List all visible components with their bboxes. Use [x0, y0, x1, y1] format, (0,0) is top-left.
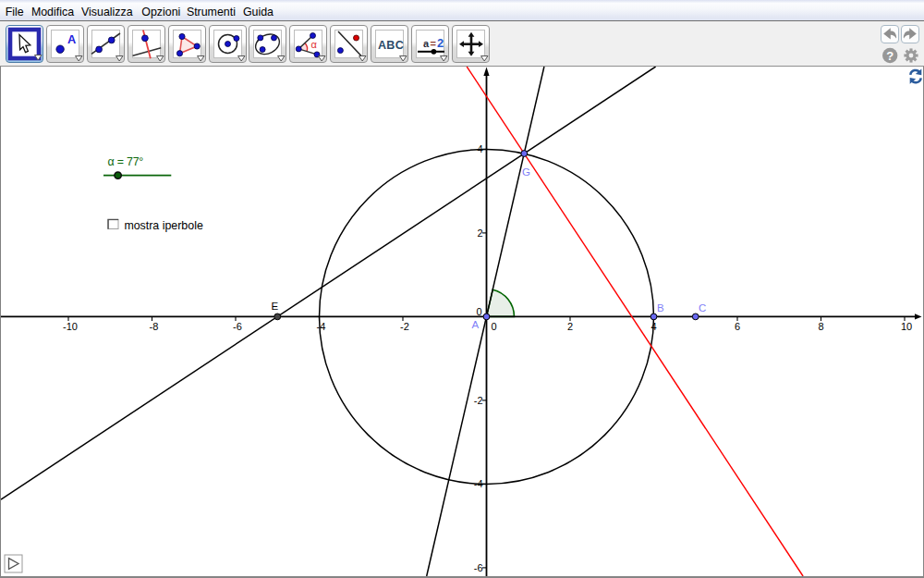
svg-text:B: B [657, 302, 664, 314]
svg-text:0: 0 [476, 306, 481, 317]
svg-text:-4: -4 [317, 321, 326, 332]
svg-text:?: ? [886, 48, 894, 62]
svg-text:α = 77°: α = 77° [108, 155, 144, 168]
svg-text:-8: -8 [150, 321, 159, 332]
svg-text:2: 2 [567, 321, 573, 332]
svg-text:E: E [272, 301, 279, 312]
svg-text:C: C [699, 302, 706, 314]
svg-text:0: 0 [491, 321, 496, 332]
svg-text:=: = [431, 38, 436, 49]
svg-text:-6: -6 [233, 321, 242, 332]
svg-text:-6: -6 [474, 562, 483, 573]
svg-text:10: 10 [901, 321, 912, 332]
svg-text:-2: -2 [474, 395, 483, 406]
svg-text:α: α [311, 39, 318, 50]
svg-text:2: 2 [477, 228, 482, 239]
svg-text:8: 8 [818, 321, 823, 332]
svg-text:-2: -2 [400, 321, 409, 332]
svg-text:G: G [522, 166, 530, 178]
svg-text:a: a [423, 38, 430, 49]
svg-text:ABC: ABC [378, 39, 404, 52]
svg-text:2: 2 [437, 36, 444, 50]
svg-text:A: A [472, 319, 480, 330]
svg-text:mostra iperbole: mostra iperbole [124, 219, 203, 232]
svg-text:A: A [67, 32, 76, 46]
svg-text:6: 6 [735, 321, 740, 332]
svg-text:-10: -10 [63, 321, 78, 332]
